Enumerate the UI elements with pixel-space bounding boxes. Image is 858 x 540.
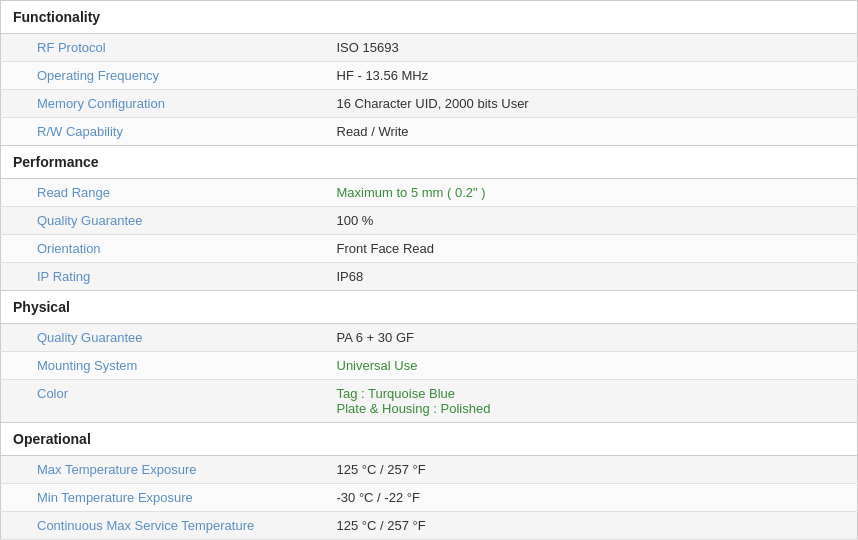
spec-value: 125 °C / 257 °F xyxy=(301,512,858,540)
section-header-operational: Operational xyxy=(1,423,858,456)
table-row: Min Temperature Exposure-30 °C / -22 °F xyxy=(1,484,858,512)
spec-label: RF Protocol xyxy=(1,34,301,62)
table-row: OrientationFront Face Read xyxy=(1,235,858,263)
table-row: ColorTag : Turquoise BluePlate & Housing… xyxy=(1,380,858,423)
spec-value: PA 6 + 30 GF xyxy=(301,324,858,352)
table-row: Max Temperature Exposure125 °C / 257 °F xyxy=(1,456,858,484)
spec-label: Continuous Max Service Temperature xyxy=(1,512,301,540)
table-row: Mounting SystemUniversal Use xyxy=(1,352,858,380)
table-row: Quality GuaranteePA 6 + 30 GF xyxy=(1,324,858,352)
spec-label: IP Rating xyxy=(1,263,301,291)
spec-value: Maximum to 5 mm ( 0.2" ) xyxy=(301,179,858,207)
spec-value: 16 Character UID, 2000 bits User xyxy=(301,90,858,118)
spec-value: 125 °C / 257 °F xyxy=(301,456,858,484)
spec-value: Front Face Read xyxy=(301,235,858,263)
table-row: Quality Guarantee100 % xyxy=(1,207,858,235)
table-row: Memory Configuration16 Character UID, 20… xyxy=(1,90,858,118)
section-title: Physical xyxy=(1,291,858,324)
spec-label: Quality Guarantee xyxy=(1,207,301,235)
spec-label: Min Temperature Exposure xyxy=(1,484,301,512)
spec-value: IP68 xyxy=(301,263,858,291)
spec-value: 100 % xyxy=(301,207,858,235)
spec-table: FunctionalityRF ProtocolISO 15693Operati… xyxy=(0,0,858,540)
section-title: Operational xyxy=(1,423,858,456)
spec-value: Universal Use xyxy=(301,352,858,380)
section-title: Functionality xyxy=(1,1,858,34)
spec-value: -30 °C / -22 °F xyxy=(301,484,858,512)
spec-label: Mounting System xyxy=(1,352,301,380)
table-row: R/W CapabilityRead / Write xyxy=(1,118,858,146)
section-header-physical: Physical xyxy=(1,291,858,324)
spec-label: Color xyxy=(1,380,301,423)
spec-label: Memory Configuration xyxy=(1,90,301,118)
table-row: Read RangeMaximum to 5 mm ( 0.2" ) xyxy=(1,179,858,207)
table-row: Continuous Max Service Temperature125 °C… xyxy=(1,512,858,540)
spec-value: HF - 13.56 MHz xyxy=(301,62,858,90)
spec-label: Quality Guarantee xyxy=(1,324,301,352)
spec-label: Operating Frequency xyxy=(1,62,301,90)
section-header-functionality: Functionality xyxy=(1,1,858,34)
spec-value: Read / Write xyxy=(301,118,858,146)
spec-label: Read Range xyxy=(1,179,301,207)
table-row: IP RatingIP68 xyxy=(1,263,858,291)
spec-label: Orientation xyxy=(1,235,301,263)
spec-label: R/W Capability xyxy=(1,118,301,146)
spec-label: Max Temperature Exposure xyxy=(1,456,301,484)
spec-value: ISO 15693 xyxy=(301,34,858,62)
spec-value: Tag : Turquoise BluePlate & Housing : Po… xyxy=(301,380,858,423)
table-row: Operating FrequencyHF - 13.56 MHz xyxy=(1,62,858,90)
section-title: Performance xyxy=(1,146,858,179)
section-header-performance: Performance xyxy=(1,146,858,179)
table-row: RF ProtocolISO 15693 xyxy=(1,34,858,62)
